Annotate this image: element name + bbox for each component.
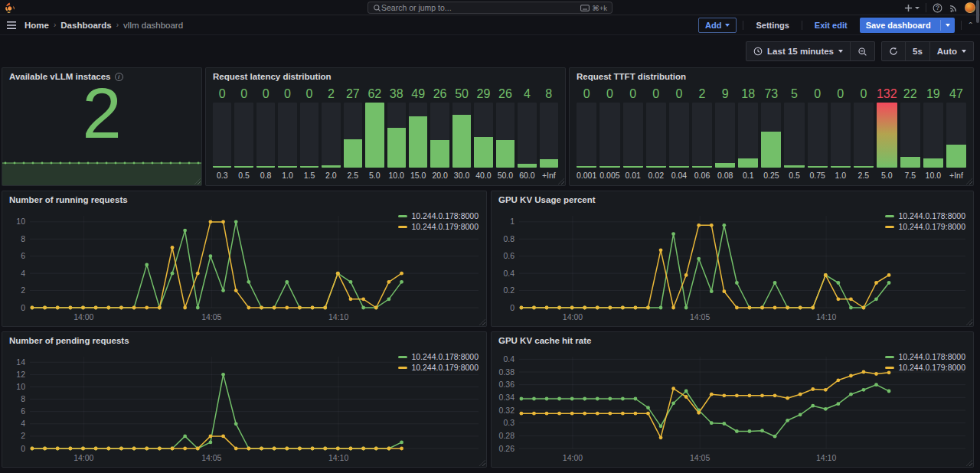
gauge-value: 0 xyxy=(300,86,318,101)
data-point xyxy=(56,447,60,451)
data-point xyxy=(209,220,213,223)
refresh-interval-label[interactable]: 5s xyxy=(905,42,929,60)
settings-button[interactable]: Settings xyxy=(750,18,795,32)
panel-title[interactable]: GPU KV Usage percent xyxy=(492,191,973,208)
data-point xyxy=(247,306,250,310)
gauge-fill xyxy=(452,115,471,168)
legend-item[interactable]: 10.244.0.178:8000 xyxy=(885,352,965,361)
gauge-column[interactable]: 1910.0 xyxy=(923,86,943,181)
save-dashboard-button[interactable]: Save dashboard xyxy=(860,18,955,33)
scrollbar-thumb[interactable] xyxy=(976,0,979,23)
gauge-column[interactable]: 3810.0 xyxy=(387,86,406,181)
panel-title[interactable]: Request latency distribution xyxy=(206,68,565,85)
sparkline-point xyxy=(188,162,191,165)
gauge-column[interactable]: 1325.0 xyxy=(877,86,897,181)
user-avatar[interactable] xyxy=(965,2,975,13)
gauge-column[interactable]: 00.005 xyxy=(599,86,619,181)
legend-item[interactable]: 10.244.0.178:8000 xyxy=(398,211,479,220)
gauge-column[interactable]: 272.5 xyxy=(344,86,362,181)
data-point xyxy=(545,412,549,416)
gauge-column[interactable]: 2650.0 xyxy=(496,86,514,181)
x-axis-label: 14:05 xyxy=(201,312,221,321)
data-point xyxy=(285,306,289,310)
gauge-column[interactable]: 2940.0 xyxy=(474,86,492,181)
gauge-column[interactable]: 02.5 xyxy=(854,86,874,181)
gauge-column[interactable]: 00.01 xyxy=(623,86,643,181)
gauge-value: 0 xyxy=(623,86,643,101)
time-range-picker[interactable]: Last 15 minutes xyxy=(746,42,850,60)
gauge-column[interactable]: 22.0 xyxy=(322,86,340,181)
legend-item[interactable]: 10.244.0.178:8000 xyxy=(398,352,479,361)
save-dashboard-caret[interactable] xyxy=(940,20,955,31)
data-point xyxy=(583,397,586,401)
breadcrumb-home[interactable]: Home xyxy=(24,21,49,30)
gauge-column[interactable]: 730.25 xyxy=(761,86,781,181)
legend-item[interactable]: 10.244.0.179:8000 xyxy=(398,222,479,231)
gauge-column[interactable]: 20.06 xyxy=(692,86,712,181)
new-item-button[interactable] xyxy=(904,4,920,12)
gauge-value: 62 xyxy=(365,86,384,101)
gauge-column[interactable]: 2620.0 xyxy=(430,86,449,181)
sparkline-point xyxy=(179,162,181,165)
gauge-column[interactable]: 01.0 xyxy=(278,86,296,181)
zoom-out-button[interactable] xyxy=(850,42,874,60)
collapse-toolbar-icon[interactable]: ⌃ xyxy=(968,21,974,28)
help-button[interactable]: ? xyxy=(933,3,942,13)
data-point xyxy=(311,306,315,310)
gauge-fill xyxy=(808,166,828,168)
data-point xyxy=(722,289,726,293)
menu-icon[interactable] xyxy=(6,21,17,30)
gauge-column[interactable]: 01.5 xyxy=(300,86,318,181)
auto-refresh-dropdown[interactable]: Auto xyxy=(929,42,973,60)
data-point xyxy=(786,419,789,422)
gauge-column[interactable]: 460.0 xyxy=(518,86,536,181)
legend-item[interactable]: 10.244.0.179:8000 xyxy=(885,363,965,372)
gauge-value: 49 xyxy=(409,86,427,101)
gauge-column[interactable]: 00.001 xyxy=(577,86,596,181)
gauge-value: 0 xyxy=(234,86,253,101)
gauge-column[interactable]: 47+Inf xyxy=(946,86,966,181)
panel-title[interactable]: GPU KV cache hit rate xyxy=(492,332,973,349)
gauge-column[interactable]: 625.0 xyxy=(365,86,384,181)
scrollbar[interactable] xyxy=(976,0,980,473)
legend-item[interactable]: 10.244.0.178:8000 xyxy=(885,211,965,220)
data-point xyxy=(209,254,213,258)
data-point xyxy=(145,263,149,267)
gauge-value: 2 xyxy=(692,86,712,101)
gauge-column[interactable]: 8+Inf xyxy=(540,86,558,181)
gauge-column[interactable]: 50.5 xyxy=(784,86,804,181)
svg-text:?: ? xyxy=(936,3,939,11)
gauge-column[interactable]: 00.3 xyxy=(213,86,231,181)
news-button[interactable] xyxy=(949,3,959,13)
x-axis-label: 14:05 xyxy=(690,453,710,462)
search-input[interactable] xyxy=(381,3,580,12)
gauge-track xyxy=(831,103,851,168)
breadcrumb-dashboards[interactable]: Dashboards xyxy=(60,21,111,30)
actions-divider xyxy=(802,21,802,30)
legend-item[interactable]: 10.244.0.179:8000 xyxy=(398,363,479,372)
legend-item[interactable]: 10.244.0.179:8000 xyxy=(885,222,965,231)
add-button[interactable]: Add xyxy=(698,18,737,33)
gauge-column[interactable]: 90.08 xyxy=(715,86,735,181)
y-axis-label: 0.3 xyxy=(503,418,514,427)
panel-title[interactable]: Number of pending requests xyxy=(2,332,486,349)
data-point xyxy=(862,306,866,310)
gauge-column[interactable]: 00.02 xyxy=(646,86,666,181)
gauge-column[interactable]: 00.04 xyxy=(669,86,689,181)
y-axis-label: 1 xyxy=(510,217,514,226)
gauge-column[interactable]: 4915.0 xyxy=(409,86,427,181)
gauge-column[interactable]: 00.75 xyxy=(808,86,828,181)
exit-edit-button[interactable]: Exit edit xyxy=(808,18,854,32)
refresh-button[interactable] xyxy=(882,42,905,60)
gauge-column[interactable]: 01.0 xyxy=(831,86,851,181)
panel-title[interactable]: Request TTFT distribution xyxy=(570,68,973,85)
gauge-column[interactable]: 180.1 xyxy=(738,86,758,181)
data-point xyxy=(671,306,675,310)
data-point xyxy=(596,412,599,416)
gauge-column[interactable]: 5030.0 xyxy=(452,86,471,181)
gauge-column[interactable]: 227.5 xyxy=(900,86,920,181)
gauge-column[interactable]: 00.8 xyxy=(256,86,275,181)
gauge-column[interactable]: 00.5 xyxy=(234,86,253,181)
grafana-logo-icon[interactable] xyxy=(5,2,15,13)
panel-title[interactable]: Number of running requests xyxy=(2,191,486,208)
